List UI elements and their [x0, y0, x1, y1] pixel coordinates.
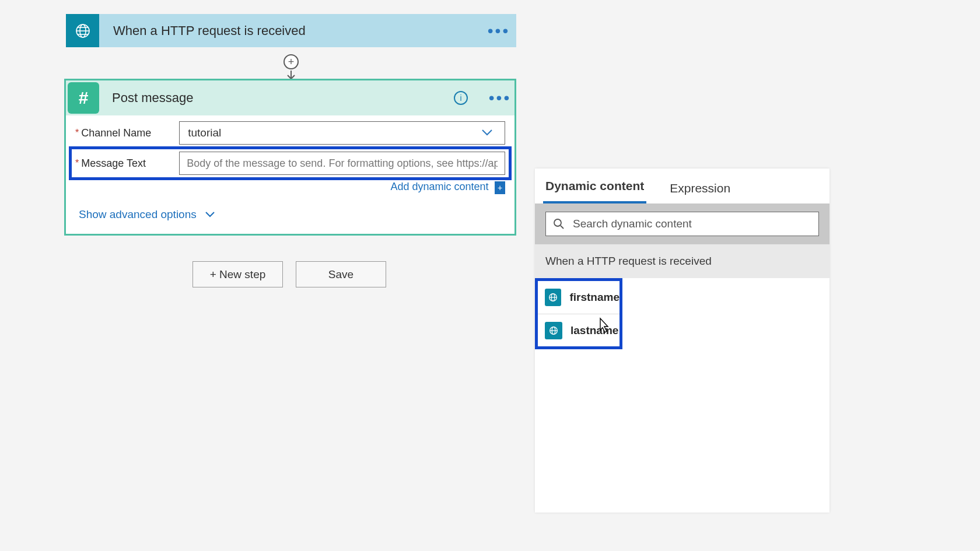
dc-tabs: Dynamic content Expression: [535, 169, 830, 203]
dc-item-firstname[interactable]: firstname: [538, 281, 620, 314]
trigger-card[interactable]: When a HTTP request is received •••: [66, 14, 516, 47]
svg-line-7: [561, 226, 564, 229]
channel-label: Channel Name: [81, 127, 179, 139]
add-dynamic-content-badge-icon[interactable]: +: [495, 181, 505, 194]
info-icon[interactable]: i: [454, 91, 468, 105]
add-dynamic-content-link[interactable]: Add dynamic content: [390, 181, 488, 192]
message-label: Message Text: [81, 157, 179, 170]
dc-item-label: lastname: [570, 324, 618, 337]
http-request-icon: [545, 289, 561, 306]
trigger-more-icon[interactable]: •••: [481, 22, 516, 40]
channel-value: tutorial: [180, 127, 221, 139]
message-row: * Message Text: [72, 149, 509, 177]
svg-point-6: [554, 219, 561, 226]
show-advanced-options-link[interactable]: Show advanced options: [75, 208, 505, 221]
bottom-buttons: + New step Save: [192, 261, 386, 287]
add-step-inline-button[interactable]: +: [284, 54, 299, 69]
http-request-icon: [66, 14, 99, 47]
http-request-icon: [545, 322, 562, 339]
dc-items-highlight: firstname lastname: [535, 278, 622, 349]
dc-item-lastname[interactable]: lastname: [538, 314, 620, 346]
trigger-title: When a HTTP request is received: [99, 23, 481, 38]
action-header[interactable]: # Post message i •••: [66, 80, 514, 115]
action-title: Post message: [99, 90, 454, 106]
tab-expression[interactable]: Expression: [667, 181, 733, 203]
dc-search-input[interactable]: [573, 217, 811, 230]
connector: +: [283, 47, 299, 80]
add-dynamic-content-row: Add dynamic content +: [75, 181, 505, 194]
chevron-down-icon: [481, 128, 493, 137]
show-advanced-label: Show advanced options: [79, 208, 197, 221]
tab-dynamic-content[interactable]: Dynamic content: [543, 179, 646, 203]
action-card: # Post message i ••• * Channel Name tuto…: [64, 79, 516, 236]
message-text-input[interactable]: [179, 152, 505, 175]
dc-section-header: When a HTTP request is received: [535, 244, 830, 278]
channel-select[interactable]: tutorial: [179, 121, 505, 145]
channel-row: * Channel Name tutorial: [75, 121, 505, 145]
chevron-down-icon: [205, 210, 215, 219]
slack-icon: #: [68, 82, 99, 114]
dynamic-content-panel: Dynamic content Expression When a HTTP r…: [535, 169, 830, 513]
save-button[interactable]: Save: [296, 261, 386, 287]
dc-item-label: firstname: [569, 291, 620, 304]
action-more-icon[interactable]: •••: [485, 89, 514, 107]
required-star-icon: *: [75, 158, 79, 169]
required-star-icon: *: [75, 128, 79, 138]
search-icon: [553, 218, 565, 230]
dc-search[interactable]: [545, 212, 819, 236]
new-step-button[interactable]: + New step: [192, 261, 283, 287]
